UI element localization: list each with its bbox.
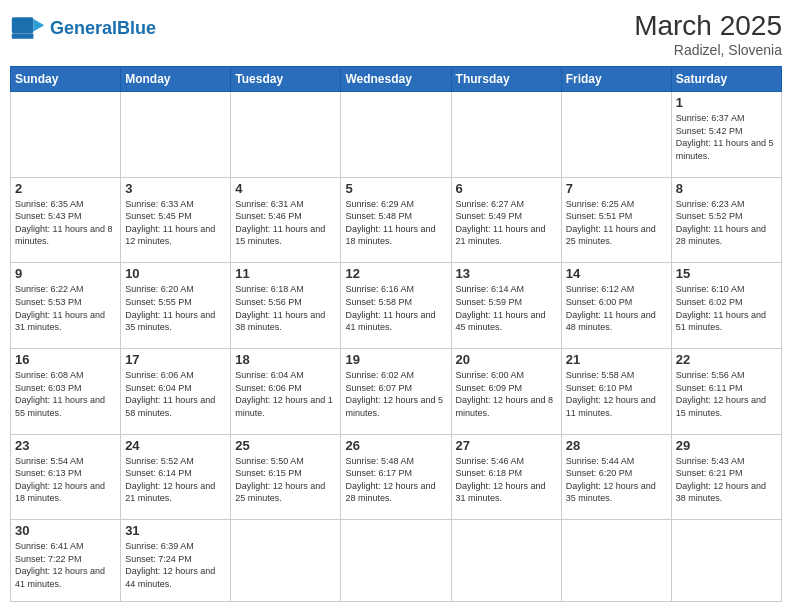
cell-content-1-4: Sunrise: 6:27 AM Sunset: 5:49 PM Dayligh… bbox=[456, 198, 557, 248]
day-number-24: 24 bbox=[125, 438, 226, 453]
day-number-19: 19 bbox=[345, 352, 446, 367]
cell-4-4: 27Sunrise: 5:46 AM Sunset: 6:18 PM Dayli… bbox=[451, 434, 561, 520]
day-number-15: 15 bbox=[676, 266, 777, 281]
day-number-6: 6 bbox=[456, 181, 557, 196]
day-number-2: 2 bbox=[15, 181, 116, 196]
title-block: March 2025 Radizel, Slovenia bbox=[634, 10, 782, 58]
day-number-5: 5 bbox=[345, 181, 446, 196]
cell-content-2-6: Sunrise: 6:10 AM Sunset: 6:02 PM Dayligh… bbox=[676, 283, 777, 333]
weekday-header-row: Sunday Monday Tuesday Wednesday Thursday… bbox=[11, 67, 782, 92]
week-row-0: 1Sunrise: 6:37 AM Sunset: 5:42 PM Daylig… bbox=[11, 92, 782, 178]
cell-content-3-0: Sunrise: 6:08 AM Sunset: 6:03 PM Dayligh… bbox=[15, 369, 116, 419]
day-number-20: 20 bbox=[456, 352, 557, 367]
day-number-31: 31 bbox=[125, 523, 226, 538]
header-sunday: Sunday bbox=[11, 67, 121, 92]
day-number-13: 13 bbox=[456, 266, 557, 281]
cell-content-4-4: Sunrise: 5:46 AM Sunset: 6:18 PM Dayligh… bbox=[456, 455, 557, 505]
week-row-1: 2Sunrise: 6:35 AM Sunset: 5:43 PM Daylig… bbox=[11, 177, 782, 263]
svg-marker-1 bbox=[33, 19, 44, 32]
cell-4-2: 25Sunrise: 5:50 AM Sunset: 6:15 PM Dayli… bbox=[231, 434, 341, 520]
week-row-4: 23Sunrise: 5:54 AM Sunset: 6:13 PM Dayli… bbox=[11, 434, 782, 520]
cell-content-3-2: Sunrise: 6:04 AM Sunset: 6:06 PM Dayligh… bbox=[235, 369, 336, 419]
day-number-26: 26 bbox=[345, 438, 446, 453]
cell-2-0: 9Sunrise: 6:22 AM Sunset: 5:53 PM Daylig… bbox=[11, 263, 121, 349]
cell-0-1 bbox=[121, 92, 231, 178]
cell-2-4: 13Sunrise: 6:14 AM Sunset: 5:59 PM Dayli… bbox=[451, 263, 561, 349]
cell-3-0: 16Sunrise: 6:08 AM Sunset: 6:03 PM Dayli… bbox=[11, 348, 121, 434]
cell-content-4-5: Sunrise: 5:44 AM Sunset: 6:20 PM Dayligh… bbox=[566, 455, 667, 505]
day-number-23: 23 bbox=[15, 438, 116, 453]
cell-5-2 bbox=[231, 520, 341, 602]
week-row-5: 30Sunrise: 6:41 AM Sunset: 7:22 PM Dayli… bbox=[11, 520, 782, 602]
day-number-27: 27 bbox=[456, 438, 557, 453]
day-number-12: 12 bbox=[345, 266, 446, 281]
cell-content-2-4: Sunrise: 6:14 AM Sunset: 5:59 PM Dayligh… bbox=[456, 283, 557, 333]
day-number-14: 14 bbox=[566, 266, 667, 281]
header-monday: Monday bbox=[121, 67, 231, 92]
cell-0-6: 1Sunrise: 6:37 AM Sunset: 5:42 PM Daylig… bbox=[671, 92, 781, 178]
day-number-18: 18 bbox=[235, 352, 336, 367]
cell-4-5: 28Sunrise: 5:44 AM Sunset: 6:20 PM Dayli… bbox=[561, 434, 671, 520]
day-number-7: 7 bbox=[566, 181, 667, 196]
header-thursday: Thursday bbox=[451, 67, 561, 92]
cell-5-1: 31Sunrise: 6:39 AM Sunset: 7:24 PM Dayli… bbox=[121, 520, 231, 602]
cell-0-3 bbox=[341, 92, 451, 178]
day-number-28: 28 bbox=[566, 438, 667, 453]
day-number-16: 16 bbox=[15, 352, 116, 367]
header-friday: Friday bbox=[561, 67, 671, 92]
day-number-11: 11 bbox=[235, 266, 336, 281]
cell-0-2 bbox=[231, 92, 341, 178]
day-number-10: 10 bbox=[125, 266, 226, 281]
cell-1-3: 5Sunrise: 6:29 AM Sunset: 5:48 PM Daylig… bbox=[341, 177, 451, 263]
cell-content-1-6: Sunrise: 6:23 AM Sunset: 5:52 PM Dayligh… bbox=[676, 198, 777, 248]
cell-4-6: 29Sunrise: 5:43 AM Sunset: 6:21 PM Dayli… bbox=[671, 434, 781, 520]
cell-3-6: 22Sunrise: 5:56 AM Sunset: 6:11 PM Dayli… bbox=[671, 348, 781, 434]
svg-rect-0 bbox=[12, 17, 34, 33]
day-number-8: 8 bbox=[676, 181, 777, 196]
cell-4-3: 26Sunrise: 5:48 AM Sunset: 6:17 PM Dayli… bbox=[341, 434, 451, 520]
cell-5-0: 30Sunrise: 6:41 AM Sunset: 7:22 PM Dayli… bbox=[11, 520, 121, 602]
header: GeneralBlue March 2025 Radizel, Slovenia bbox=[10, 10, 782, 58]
cell-3-3: 19Sunrise: 6:02 AM Sunset: 6:07 PM Dayli… bbox=[341, 348, 451, 434]
cell-5-6 bbox=[671, 520, 781, 602]
day-number-17: 17 bbox=[125, 352, 226, 367]
cell-content-3-1: Sunrise: 6:06 AM Sunset: 6:04 PM Dayligh… bbox=[125, 369, 226, 419]
cell-content-4-3: Sunrise: 5:48 AM Sunset: 6:17 PM Dayligh… bbox=[345, 455, 446, 505]
cell-content-2-3: Sunrise: 6:16 AM Sunset: 5:58 PM Dayligh… bbox=[345, 283, 446, 333]
cell-content-2-0: Sunrise: 6:22 AM Sunset: 5:53 PM Dayligh… bbox=[15, 283, 116, 333]
cell-content-1-2: Sunrise: 6:31 AM Sunset: 5:46 PM Dayligh… bbox=[235, 198, 336, 248]
cell-1-2: 4Sunrise: 6:31 AM Sunset: 5:46 PM Daylig… bbox=[231, 177, 341, 263]
header-saturday: Saturday bbox=[671, 67, 781, 92]
cell-1-1: 3Sunrise: 6:33 AM Sunset: 5:45 PM Daylig… bbox=[121, 177, 231, 263]
day-number-25: 25 bbox=[235, 438, 336, 453]
logo-blue: Blue bbox=[117, 18, 156, 38]
cell-content-3-3: Sunrise: 6:02 AM Sunset: 6:07 PM Dayligh… bbox=[345, 369, 446, 419]
logo-text: GeneralBlue bbox=[50, 19, 156, 37]
day-number-29: 29 bbox=[676, 438, 777, 453]
cell-content-3-4: Sunrise: 6:00 AM Sunset: 6:09 PM Dayligh… bbox=[456, 369, 557, 419]
day-number-3: 3 bbox=[125, 181, 226, 196]
day-number-4: 4 bbox=[235, 181, 336, 196]
cell-3-5: 21Sunrise: 5:58 AM Sunset: 6:10 PM Dayli… bbox=[561, 348, 671, 434]
cell-content-1-1: Sunrise: 6:33 AM Sunset: 5:45 PM Dayligh… bbox=[125, 198, 226, 248]
cell-content-5-1: Sunrise: 6:39 AM Sunset: 7:24 PM Dayligh… bbox=[125, 540, 226, 590]
cell-0-5 bbox=[561, 92, 671, 178]
cell-1-6: 8Sunrise: 6:23 AM Sunset: 5:52 PM Daylig… bbox=[671, 177, 781, 263]
location: Radizel, Slovenia bbox=[634, 42, 782, 58]
day-number-30: 30 bbox=[15, 523, 116, 538]
cell-content-5-0: Sunrise: 6:41 AM Sunset: 7:22 PM Dayligh… bbox=[15, 540, 116, 590]
logo: GeneralBlue bbox=[10, 10, 156, 46]
cell-content-2-1: Sunrise: 6:20 AM Sunset: 5:55 PM Dayligh… bbox=[125, 283, 226, 333]
cell-content-4-0: Sunrise: 5:54 AM Sunset: 6:13 PM Dayligh… bbox=[15, 455, 116, 505]
month-year: March 2025 bbox=[634, 10, 782, 42]
cell-3-4: 20Sunrise: 6:00 AM Sunset: 6:09 PM Dayli… bbox=[451, 348, 561, 434]
cell-2-1: 10Sunrise: 6:20 AM Sunset: 5:55 PM Dayli… bbox=[121, 263, 231, 349]
cell-content-4-1: Sunrise: 5:52 AM Sunset: 6:14 PM Dayligh… bbox=[125, 455, 226, 505]
cell-3-2: 18Sunrise: 6:04 AM Sunset: 6:06 PM Dayli… bbox=[231, 348, 341, 434]
calendar-table: Sunday Monday Tuesday Wednesday Thursday… bbox=[10, 66, 782, 602]
cell-2-5: 14Sunrise: 6:12 AM Sunset: 6:00 PM Dayli… bbox=[561, 263, 671, 349]
cell-3-1: 17Sunrise: 6:06 AM Sunset: 6:04 PM Dayli… bbox=[121, 348, 231, 434]
cell-2-6: 15Sunrise: 6:10 AM Sunset: 6:02 PM Dayli… bbox=[671, 263, 781, 349]
logo-general: General bbox=[50, 18, 117, 38]
cell-1-4: 6Sunrise: 6:27 AM Sunset: 5:49 PM Daylig… bbox=[451, 177, 561, 263]
